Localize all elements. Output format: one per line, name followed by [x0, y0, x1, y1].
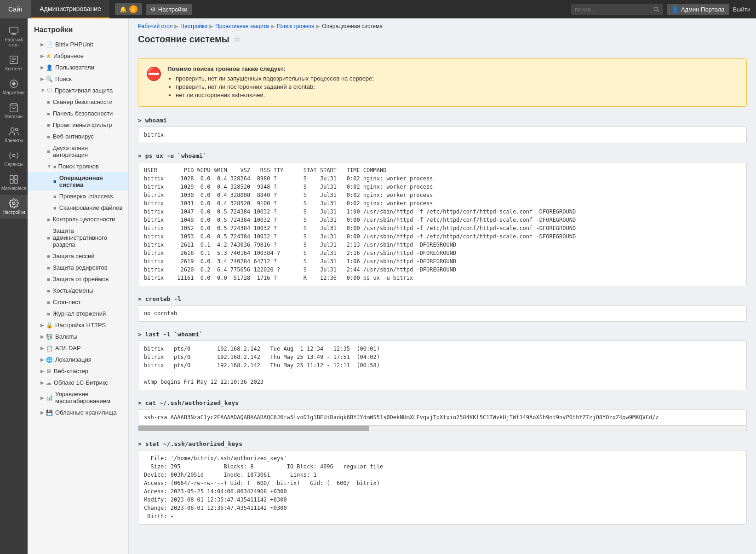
- breadcrumb-trojans[interactable]: Поиск троянов: [277, 23, 315, 29]
- content-area: Рабочий стол ▶ Настройки ▶ Проактивная з…: [129, 18, 756, 554]
- user-icon: 👤: [46, 64, 53, 71]
- sidebar-item-services[interactable]: Сервисы: [0, 147, 28, 171]
- sidebar-item-label: Магазин: [5, 114, 23, 119]
- nav-item-admin-protect[interactable]: ■ Защита административного раздела: [28, 225, 128, 250]
- nav-item-trojans[interactable]: ▼ ■ Поиск троянов: [28, 161, 128, 172]
- marketing-icon: [9, 79, 19, 89]
- dot-icon: ■: [47, 235, 50, 241]
- sidebar-item-settings[interactable]: Настройки: [0, 195, 28, 219]
- topbar-settings-button[interactable]: ⚙ Настройки: [146, 4, 192, 15]
- clients-icon: [9, 127, 19, 137]
- user-icon: 👤: [671, 6, 679, 13]
- nav-item-proactive[interactable]: ▼ 🛡 Проактивная защита: [28, 85, 128, 96]
- favorite-star-icon[interactable]: ☆: [233, 35, 241, 45]
- search-input[interactable]: [571, 4, 663, 15]
- search-icon: [653, 6, 659, 12]
- cmd-label: > last -l `whoami`: [138, 328, 747, 340]
- breadcrumb-sep: ▶: [316, 23, 320, 29]
- nav-item-redirect-protect[interactable]: ■ Защита редиректов: [28, 262, 128, 273]
- notifications-badge[interactable]: 🔔 2: [115, 3, 142, 15]
- nav-item-cloud[interactable]: ▶ ☁ Облако 1С-Битрикс: [28, 377, 128, 388]
- sidebar-item-content[interactable]: Контент: [0, 51, 28, 75]
- nav-item-scan-files[interactable]: ■ Сканирование файлов: [28, 202, 128, 214]
- lock-icon: 🔒: [46, 322, 53, 329]
- nav-item-hosts[interactable]: ■ Хосты/домены: [28, 285, 128, 296]
- cmd-output[interactable]: USER PID %CPU %MEM VSZ RSS TTY STAT STAR…: [138, 162, 747, 286]
- site-tab[interactable]: Сайт: [0, 0, 31, 18]
- dot-icon: ■: [47, 311, 50, 317]
- dot-icon: ■: [47, 300, 50, 305]
- nav-item-antivirus[interactable]: ■ Веб-антивирус: [28, 131, 128, 142]
- dot-icon: ■: [47, 149, 50, 154]
- sidebar-item-marketing[interactable]: Маркетинг: [0, 75, 28, 99]
- scrollbar-thumb: [138, 426, 369, 431]
- sidebar-item-label: Настройки: [2, 210, 25, 215]
- svg-point-13: [12, 154, 15, 157]
- nav-item-search[interactable]: ▶ 🔍 Поиск: [28, 73, 128, 85]
- nav-item-security-scanner[interactable]: ■ Сканер безопасности: [28, 96, 128, 108]
- sidebar-item-label: Рабочий стол: [2, 37, 26, 47]
- nav-item-os[interactable]: ■ Операционная система: [28, 172, 128, 190]
- sidebar-item-shop[interactable]: Магазин: [0, 99, 28, 123]
- arrow-icon: ▼: [47, 164, 52, 169]
- nav-item-frame-protect[interactable]: ■ Защита от фреймов: [28, 273, 128, 285]
- cmd-stat-ssh: > stat ~/.ssh/authorized_keys File: '/ho…: [138, 438, 747, 525]
- svg-rect-17: [14, 180, 17, 183]
- cmd-output: File: '/home/bitrix/.ssh/authorized_keys…: [138, 450, 747, 525]
- sidebar-item-desktop[interactable]: Рабочий стол: [0, 22, 28, 51]
- nav-item-2fa[interactable]: ■ Двухэтапная авторизация: [28, 142, 128, 161]
- warning-item: проверить, нет ли посторонних заданий в …: [176, 83, 374, 90]
- nav-item-ldap[interactable]: ▶ 📋 AD/LDAP: [28, 342, 128, 354]
- cloud-icon: ☁: [46, 380, 52, 386]
- cmd-output[interactable]: ssh-rsa AAAAB3NzaC1yc2EAAAADAQABAAABAQC6…: [138, 409, 747, 426]
- nav-item-stoplist[interactable]: ■ Стоп-лист: [28, 296, 128, 308]
- svg-point-18: [12, 202, 15, 205]
- arrow-icon: ▶: [40, 53, 44, 58]
- sidebar-item-label: Marketplace: [1, 186, 26, 191]
- star-icon: ★: [46, 53, 51, 59]
- nav-item-users[interactable]: ▶ 👤 Пользователи: [28, 62, 128, 73]
- breadcrumb-desktop[interactable]: Рабочий стол: [138, 23, 172, 29]
- topbar: Сайт Администрирование 🔔 2 ⚙ Настройки 👤…: [0, 0, 756, 18]
- breadcrumb-sep: ▶: [174, 23, 178, 29]
- sidebar-item-label: Маркетинг: [3, 90, 25, 95]
- nav-item-favorites[interactable]: ▶ ★ Избранное: [28, 50, 128, 62]
- cmd-whoami: > whoami bitrix: [138, 114, 747, 143]
- sidebar-item-clients[interactable]: Клиенты: [0, 123, 28, 147]
- sidebar-item-marketplace[interactable]: Marketplace: [0, 171, 28, 195]
- nav-item-intrusion-log[interactable]: ■ Журнал вторжений: [28, 308, 128, 319]
- cmd-label: > cat ~/.ssh/authorized_keys: [138, 397, 747, 409]
- cmd-output: bitrix pts/0 192.168.2.142 Tue Aug 1 12:…: [138, 340, 747, 390]
- nav-item-security-panel[interactable]: ■ Панель безопасности: [28, 108, 128, 119]
- svg-point-11: [11, 128, 14, 131]
- warning-content: Помимо поиска троянов также следует: про…: [167, 65, 374, 100]
- nav-item-cluster[interactable]: ▶ 🖥 Веб-кластер: [28, 365, 128, 377]
- nav-item-localization[interactable]: ▶ 🌐 Локализация: [28, 354, 128, 365]
- nav-item-htaccess[interactable]: ■ Проверка .htaccess: [28, 190, 128, 202]
- admin-tab[interactable]: Администрирование: [31, 0, 109, 18]
- cmd-last: > last -l `whoami` bitrix pts/0 192.168.…: [138, 328, 747, 390]
- svg-rect-15: [14, 176, 17, 179]
- nav-item-https[interactable]: ▶ 🔒 Настройка HTTPS: [28, 319, 128, 331]
- nav-item-integrity[interactable]: ■ Контроль целостности: [28, 214, 128, 225]
- breadcrumb-proactive[interactable]: Проактивная защита: [215, 23, 269, 29]
- dot-icon: ■: [47, 122, 50, 128]
- scrollbar-track[interactable]: [138, 426, 747, 431]
- arrow-icon: ▶: [40, 369, 44, 374]
- warning-item: нет ли посторонних ssh-ключей.: [176, 92, 374, 98]
- nav-item-storage[interactable]: ▶ 💾 Облачные хранилища: [28, 407, 128, 418]
- nav-item-proactive-filter[interactable]: ■ Проактивный фильтр: [28, 119, 128, 131]
- logout-button[interactable]: Выйти: [733, 6, 751, 13]
- nav-item-session-protect[interactable]: ■ Защита сессий: [28, 250, 128, 262]
- sidebar-item-label: Контент: [5, 66, 22, 71]
- dot-icon: ■: [53, 194, 57, 199]
- arrow-icon: ▶: [40, 395, 44, 400]
- content-icon: [9, 55, 19, 65]
- nav-item-phpunit[interactable]: ▶ 📄 Bitrix PHPUnit: [28, 39, 128, 50]
- arrow-icon: ▶: [40, 76, 44, 81]
- nav-item-currency[interactable]: ▶ 💱 Валюты: [28, 331, 128, 342]
- breadcrumb-settings[interactable]: Настройки: [180, 23, 207, 29]
- user-button[interactable]: 👤 Админ Портала: [667, 4, 729, 15]
- dot-icon: ■: [47, 277, 50, 282]
- nav-item-scaling[interactable]: ▶ 📊 Управление масштабированием: [28, 388, 128, 407]
